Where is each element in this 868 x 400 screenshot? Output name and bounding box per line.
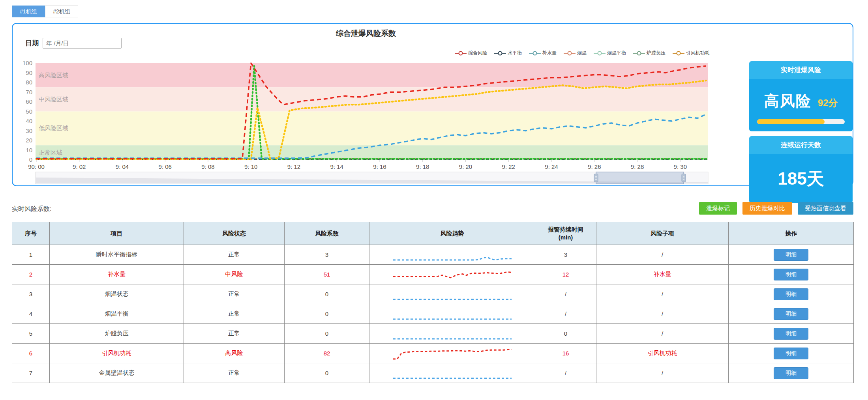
legend-marker-icon (455, 51, 467, 56)
x-tick-label: 9: 04 (116, 163, 129, 170)
cell-coefficient: 0 (285, 324, 369, 344)
legend-label: 补水量 (542, 50, 557, 56)
y-tick-label: 20 (26, 137, 32, 144)
y-tick-label: 100 (22, 60, 32, 66)
history-compare-button[interactable]: 历史泄爆对比 (742, 202, 792, 215)
cell-actions: 明细 (729, 265, 854, 284)
table-row: 2补水量中风险51 12补水量 明细 (12, 265, 854, 284)
cell-status: 正常 (184, 304, 285, 324)
x-tick-label: 9: 22 (502, 163, 515, 170)
cell-item: 补水量 (50, 265, 184, 284)
cell-duration: 16 (535, 344, 596, 363)
trend-sparkline (393, 248, 512, 262)
cell-seq: 3 (12, 284, 50, 304)
legend-item-烟温平衡[interactable]: 烟温平衡 (594, 50, 626, 56)
cell-actions: 明细 (729, 324, 854, 344)
zone-band-2 (36, 112, 708, 146)
cell-item: 引风机功耗 (50, 344, 184, 363)
heating-surface-info-button[interactable]: 受热面信息查看 (798, 202, 853, 215)
legend-item-综合风险[interactable]: 综合风险 (455, 50, 487, 56)
tab-unit-1[interactable]: #1机组 (12, 6, 45, 17)
cell-subitem: / (596, 245, 729, 265)
zone-label-0: 高风险区域 (39, 72, 68, 79)
cell-item: 金属壁温状态 (50, 363, 184, 383)
chart-title: 综合泄爆风险系数 (13, 28, 719, 39)
header-coefficient: 风险系数 (285, 222, 369, 245)
risk-progress-fill (757, 119, 825, 124)
legend-label: 烟温 (577, 50, 587, 56)
legend-label: 水平衡 (508, 50, 522, 56)
table-row: 1瞬时水平衡指标正常3 3/ 明细 (12, 245, 854, 265)
cell-coefficient: 0 (285, 304, 369, 324)
risk-chart: 高风险区域中风险区域低风险区域正常区域010203040506070809010… (13, 24, 854, 187)
legend-item-补水量[interactable]: 补水量 (529, 50, 557, 56)
cell-coefficient: 82 (285, 344, 369, 363)
legend-item-引风机功耗[interactable]: 引风机功耗 (673, 50, 710, 56)
legend-marker-icon (673, 51, 684, 56)
tab-unit-2[interactable]: #2机组 (45, 6, 78, 17)
detail-button[interactable]: 明细 (774, 367, 808, 379)
header-actions: 操作 (729, 222, 854, 245)
x-tick-label: 9: 26 (588, 163, 601, 170)
cell-seq: 7 (12, 363, 50, 383)
cell-seq: 2 (12, 265, 50, 284)
chart-legend: 综合风险 水平衡 补水量 烟温 烟温平衡 炉膛负压 引风机功耗 (13, 50, 710, 56)
detail-button[interactable]: 明细 (774, 288, 808, 300)
datazoom-window[interactable] (596, 172, 684, 184)
table-row: 4烟温平衡正常0 // 明细 (12, 304, 854, 324)
cell-status: 正常 (184, 245, 285, 265)
table-row: 6引风机功耗高风险82 16引风机功耗 明细 (12, 344, 854, 363)
zone-band-3 (36, 145, 708, 160)
y-tick-label: 50 (26, 108, 32, 115)
risk-score-text: 92分 (818, 97, 838, 108)
table-row: 7金属壁温状态正常0 // 明细 (12, 363, 854, 383)
risk-table: 序号 项目 风险状态 风险系数 风险趋势 报警持续时间 (min) 风险子项 操… (12, 222, 854, 383)
detail-button[interactable]: 明细 (774, 249, 808, 261)
running-days-card: 连续运行天数 185天 (749, 136, 853, 203)
cell-actions: 明细 (729, 363, 854, 383)
legend-item-水平衡[interactable]: 水平衡 (494, 50, 522, 56)
x-tick-label: 9: 12 (287, 163, 300, 170)
cell-trend (369, 265, 535, 284)
cell-subitem: / (596, 324, 729, 344)
cell-subitem: / (596, 363, 729, 383)
cell-status: 中风险 (184, 265, 285, 284)
trend-sparkline (393, 307, 512, 321)
header-alarm-duration: 报警持续时间 (min) (535, 222, 596, 245)
x-tick-label: 9: 10 (244, 163, 257, 170)
risk-level-text: 高风险 (764, 93, 812, 109)
zone-label-1: 中风险区域 (39, 96, 68, 103)
legend-item-烟温[interactable]: 烟温 (564, 50, 587, 56)
y-tick-label: 0 (29, 156, 32, 163)
cell-actions: 明细 (729, 304, 854, 324)
detail-button[interactable]: 明细 (774, 328, 808, 340)
header-item: 项目 (50, 222, 184, 245)
table-row: 5炉膛负压正常0 0/ 明细 (12, 324, 854, 344)
y-tick-label: 80 (26, 79, 32, 86)
detail-button[interactable]: 明细 (774, 348, 808, 359)
cell-trend (369, 324, 535, 344)
cell-coefficient: 3 (285, 245, 369, 265)
cell-duration: / (535, 363, 596, 383)
cell-trend (369, 284, 535, 304)
detail-button[interactable]: 明细 (774, 308, 808, 320)
y-tick-label: 60 (26, 98, 32, 105)
cell-subitem: 补水量 (596, 265, 729, 284)
x-tick-label: 9: 18 (416, 163, 429, 170)
detail-button[interactable]: 明细 (774, 269, 808, 280)
cell-coefficient: 0 (285, 284, 369, 304)
x-tick-label: 9: 02 (73, 163, 86, 170)
cell-trend (369, 363, 535, 383)
x-tick-label: 9: 30 (674, 163, 687, 170)
cell-subitem: / (596, 304, 729, 324)
cell-actions: 明细 (729, 344, 854, 363)
toolbar: 实时风险系数: 泄爆标记历史泄爆对比受热面信息查看 (12, 202, 853, 215)
y-tick-label: 90 (26, 69, 32, 76)
legend-marker-icon (564, 51, 576, 56)
risk-chart-panel: 高风险区域中风险区域低风险区域正常区域010203040506070809010… (12, 23, 853, 186)
running-days-value: 185天 (778, 167, 824, 191)
header-trend: 风险趋势 (369, 222, 535, 245)
explosion-mark-button[interactable]: 泄爆标记 (699, 202, 737, 215)
legend-item-炉膛负压[interactable]: 炉膛负压 (633, 50, 666, 56)
date-input[interactable] (43, 38, 122, 49)
